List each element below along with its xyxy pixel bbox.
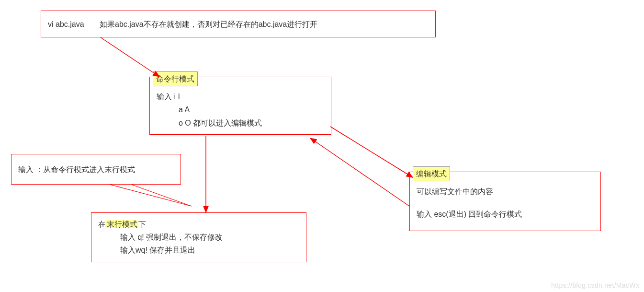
command-mode-title: 命令行模式 bbox=[153, 71, 198, 86]
cmd-mode-line1: 输入 i I bbox=[157, 90, 324, 103]
last-line-mode-box: 在末行模式下 输入 q! 强制退出，不保存修改 输入wq! 保存并且退出 bbox=[91, 212, 306, 262]
edit-mode-box: 编辑模式 可以编写文件中的内容 输入 esc(退出) 回到命令行模式 bbox=[409, 172, 601, 231]
edit-mode-line1: 可以编写文件中的内容 bbox=[417, 185, 594, 198]
svg-line-3 bbox=[132, 185, 192, 206]
vi-command-desc: 如果abc.java不存在就创建，否则对已经存在的abc.java进行打开 bbox=[100, 20, 317, 28]
last-line-row1: 在末行模式下 bbox=[98, 218, 299, 231]
last-line-hl: 末行模式 bbox=[106, 220, 138, 228]
watermark: https://blog.csdn.net/MacWx bbox=[551, 281, 639, 289]
last-line-suffix: 下 bbox=[138, 220, 146, 228]
cmd-mode-line3: o O 都可以进入编辑模式 bbox=[157, 117, 324, 129]
svg-line-6 bbox=[310, 138, 409, 206]
svg-line-4 bbox=[110, 185, 192, 206]
svg-line-5 bbox=[330, 127, 413, 177]
command-mode-box: 命令行模式 输入 i I a A o O 都可以进入编辑模式 bbox=[149, 77, 331, 135]
vi-command: vi abc.java bbox=[48, 20, 84, 28]
last-line-wq: 输入wq! 保存并且退出 bbox=[98, 244, 299, 257]
colon-note-text: 输入 ：从命令行模式进入末行模式 bbox=[18, 165, 135, 174]
svg-line-1 bbox=[101, 37, 159, 77]
cmd-mode-line2: a A bbox=[157, 103, 324, 116]
edit-mode-title: 编辑模式 bbox=[413, 166, 450, 181]
colon-note-box: 输入 ：从命令行模式进入末行模式 bbox=[11, 154, 181, 185]
top-command-box: vi abc.java 如果abc.java不存在就创建，否则对已经存在的abc… bbox=[41, 11, 436, 37]
edit-mode-line2: 输入 esc(退出) 回到命令行模式 bbox=[417, 208, 594, 221]
last-line-prefix: 在 bbox=[98, 220, 106, 228]
last-line-q: 输入 q! 强制退出，不保存修改 bbox=[98, 231, 299, 244]
